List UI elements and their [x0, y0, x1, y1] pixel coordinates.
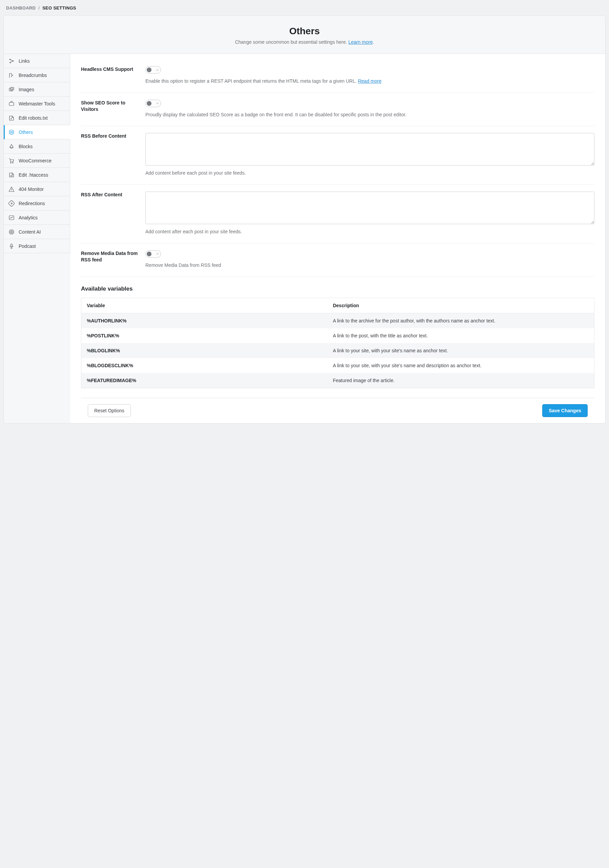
blocks-icon: [8, 143, 15, 150]
svg-point-15: [10, 231, 13, 233]
sidebar-item-label: Edit .htaccess: [19, 172, 48, 178]
svg-rect-17: [11, 244, 12, 246]
sidebar-item-label: Breadcrumbs: [19, 73, 47, 78]
variable-description: A link to the post, with the title as an…: [328, 328, 594, 343]
variable-name: %AUTHORLINK%: [81, 313, 328, 329]
sidebar-item-htaccess[interactable]: Edit .htaccess: [4, 168, 70, 182]
content: Headless CMS Support Enable this option …: [70, 54, 605, 423]
sidebar-item-others[interactable]: Others: [4, 125, 70, 140]
breadcrumb: DASHBOARD / SEO SETTINGS: [3, 0, 606, 15]
table-row: %BLOGDESCLINK%A link to your site, with …: [81, 358, 594, 373]
rss-before-textarea[interactable]: [145, 133, 594, 166]
breadcrumb-separator: /: [38, 5, 40, 11]
settings-card: Others Change some uncommon but essentia…: [3, 15, 606, 423]
setting-label: RSS Before Content: [81, 133, 139, 177]
contentai-icon: [8, 229, 15, 235]
sidebar-item-links[interactable]: Links: [4, 54, 70, 68]
sidebar-item-404[interactable]: 404 Monitor: [4, 182, 70, 196]
table-row: %BLOGLINK%A link to your site, with your…: [81, 343, 594, 358]
setting-label: Headless CMS Support: [81, 66, 139, 85]
breadcrumb-current: SEO SETTINGS: [42, 5, 76, 11]
sidebar-item-label: Others: [19, 130, 33, 135]
others-icon: [8, 129, 15, 135]
svg-rect-5: [11, 87, 14, 90]
webmaster-icon: [8, 101, 15, 107]
sidebar-item-webmaster[interactable]: Webmaster Tools: [4, 97, 70, 111]
htaccess-icon: [8, 172, 15, 178]
sidebar-item-label: Podcast: [19, 243, 36, 249]
woo-icon: [8, 158, 15, 164]
setting-seo-score: Show SEO Score to Visitors Proudly displ…: [81, 93, 594, 127]
setting-label: Show SEO Score to Visitors: [81, 100, 139, 119]
svg-rect-6: [9, 102, 14, 105]
setting-rss-before: RSS Before Content Add content before ea…: [81, 126, 594, 185]
sidebar-item-images[interactable]: Images: [4, 82, 70, 97]
sidebar-item-robots[interactable]: Edit robots.txt: [4, 111, 70, 125]
variable-name: %FEATUREDIMAGE%: [81, 373, 328, 388]
sidebar-item-label: Edit robots.txt: [19, 115, 48, 121]
redirections-icon: [8, 200, 15, 206]
variables-table: Variable Description %AUTHORLINK%A link …: [81, 298, 594, 388]
svg-point-10: [12, 162, 13, 163]
table-row: %POSTLINK%A link to the post, with the t…: [81, 328, 594, 343]
headless-toggle[interactable]: [145, 66, 161, 74]
setting-description: Enable this option to register a REST AP…: [145, 78, 594, 85]
breadcrumb-root[interactable]: DASHBOARD: [6, 5, 36, 11]
setting-description: Add content before each post in your sit…: [145, 169, 594, 177]
images-icon: [8, 87, 15, 93]
save-changes-button[interactable]: Save Changes: [542, 404, 587, 417]
setting-description: Remove Media Data from RSS feed: [145, 262, 594, 269]
analytics-icon: [8, 215, 15, 221]
variable-description: A link to the archive for the post autho…: [328, 313, 594, 329]
sidebar-item-woo[interactable]: WooCommerce: [4, 153, 70, 168]
setting-description: Proudly display the calculated SEO Score…: [145, 111, 594, 119]
variable-name: %POSTLINK%: [81, 328, 328, 343]
sidebar-item-blocks[interactable]: Blocks: [4, 140, 70, 153]
sidebar-item-label: Redirections: [19, 201, 45, 206]
sidebar-item-contentai[interactable]: Content AI: [4, 225, 70, 239]
variable-description: Featured image of the article.: [328, 373, 594, 388]
sidebar-item-label: WooCommerce: [19, 158, 51, 163]
sidebar-item-podcast[interactable]: Podcast: [4, 239, 70, 253]
setting-label: Remove Media Data from RSS feed: [81, 250, 139, 269]
svg-point-9: [11, 162, 11, 163]
404-icon: [8, 186, 15, 192]
col-variable: Variable: [81, 298, 328, 313]
rss-after-textarea[interactable]: [145, 192, 594, 224]
robots-icon: [8, 115, 15, 121]
remove-media-toggle[interactable]: [145, 250, 161, 258]
available-variables: Available variables Variable Description…: [81, 277, 594, 388]
sidebar-item-label: Content AI: [19, 229, 41, 235]
setting-headless-cms: Headless CMS Support Enable this option …: [81, 64, 594, 93]
setting-rss-after: RSS After Content Add content after each…: [81, 185, 594, 243]
page-subtitle: Change some uncommon but essential setti…: [11, 39, 598, 45]
card-header: Others Change some uncommon but essentia…: [4, 16, 605, 54]
col-description: Description: [328, 298, 594, 313]
sidebar-item-breadcrumbs[interactable]: Breadcrumbs: [4, 68, 70, 82]
table-row: %FEATUREDIMAGE%Featured image of the art…: [81, 373, 594, 388]
svg-point-14: [9, 229, 14, 234]
podcast-icon: [8, 243, 15, 249]
sidebar-item-label: Webmaster Tools: [19, 101, 55, 107]
sidebar-item-label: Images: [19, 87, 34, 92]
variable-description: A link to your site, with your site's na…: [328, 358, 594, 373]
svg-point-16: [11, 231, 12, 232]
variable-description: A link to your site, with your site's na…: [328, 343, 594, 358]
variables-heading: Available variables: [81, 285, 594, 292]
table-row: %AUTHORLINK%A link to the archive for th…: [81, 313, 594, 329]
learn-more-link[interactable]: Learn more: [348, 39, 373, 45]
links-icon: [8, 58, 15, 64]
variable-name: %BLOGDESCLINK%: [81, 358, 328, 373]
sidebar-item-redirections[interactable]: Redirections: [4, 196, 70, 211]
read-more-link[interactable]: Read more: [358, 78, 381, 84]
sidebar-item-label: 404 Monitor: [19, 186, 44, 192]
variable-name: %BLOGLINK%: [81, 343, 328, 358]
sidebar: LinksBreadcrumbsImagesWebmaster ToolsEdi…: [4, 54, 70, 423]
setting-remove-media: Remove Media Data from RSS feed Remove M…: [81, 243, 594, 277]
seo-score-toggle[interactable]: [145, 100, 161, 107]
reset-options-button[interactable]: Reset Options: [88, 404, 131, 417]
sidebar-item-analytics[interactable]: Analytics: [4, 211, 70, 225]
footer: Reset Options Save Changes: [81, 398, 594, 423]
setting-description: Add content after each post in your site…: [145, 228, 594, 236]
setting-label: RSS After Content: [81, 192, 139, 236]
